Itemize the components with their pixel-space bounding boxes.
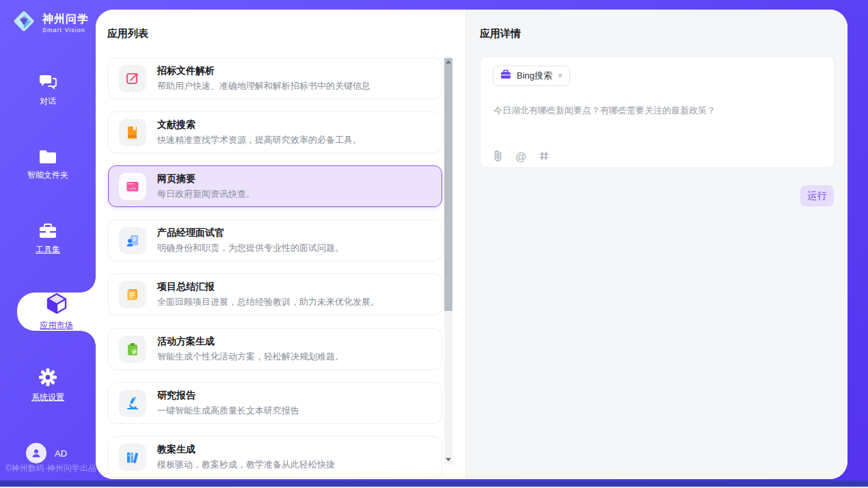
- sidebar-item-label: 智能文件夹: [27, 170, 68, 181]
- sidebar-item-smart-folder[interactable]: 智能文件夹: [0, 149, 96, 181]
- briefcase-icon: [500, 70, 511, 82]
- interviewer-icon: [119, 227, 146, 254]
- sidebar: 神州问学 Smart Vision 对话 智能文件夹: [0, 0, 96, 480]
- scrollbar-thumb[interactable]: [444, 58, 452, 311]
- gear-icon: [38, 368, 57, 387]
- sidebar-item-label: 应用市场: [40, 320, 73, 331]
- sidebar-item-label: 工具集: [36, 244, 60, 256]
- tool-chip-bing-search[interactable]: Bing搜索 ×: [493, 66, 570, 86]
- app-card-title: 文献搜索: [157, 119, 362, 131]
- run-button[interactable]: 运行: [800, 185, 834, 206]
- app-card-web-summary[interactable]: </> 网页摘要 每日政府新闻资讯快查。: [108, 165, 442, 207]
- browser-code-icon: </>: [119, 173, 146, 200]
- sidebar-item-label: 对话: [40, 96, 56, 107]
- chat-icon: [39, 74, 57, 91]
- book-icon: [119, 119, 146, 146]
- folder-icon: [38, 149, 57, 165]
- app-card-event-plan[interactable]: 活动方案生成 智能生成个性化活动方案，轻松解决规划难题。: [108, 328, 442, 370]
- brand-logo: 神州问学 Smart Vision: [11, 8, 89, 37]
- app-list: 招标文件解析 帮助用户快速、准确地理解和解析招标书中的关键信息 文: [96, 52, 465, 479]
- paperclip-icon[interactable]: [493, 150, 502, 165]
- app-card-title: 网页摘要: [157, 173, 255, 185]
- books-icon: [119, 444, 146, 471]
- bottom-bar: [0, 480, 868, 487]
- main-panel: 应用列表 招标文件解析 帮助用户快速、准确地理解和解析招标书中的关键信息: [96, 10, 847, 479]
- sidebar-item-label: 系统设置: [31, 392, 64, 403]
- app-card-desc: 全面回顾项目进展，总结经验教训，助力未来优化发展。: [157, 296, 379, 308]
- brand-text: 神州问学 Smart Vision: [42, 12, 89, 33]
- app-card-title: 教案生成: [157, 444, 335, 456]
- scrollbar-up-icon[interactable]: [446, 60, 451, 64]
- doc-edit-icon: [119, 65, 146, 92]
- app-card-project-summary[interactable]: 项目总结汇报 全面回顾项目进展，总结经验教训，助力未来优化发展。: [108, 273, 442, 315]
- query-card[interactable]: Bing搜索 × 今日湖北有哪些新闻要点？有哪些需要关注的最新政策？ @: [480, 56, 835, 168]
- microscope-icon: [119, 390, 146, 417]
- app-card-title: 项目总结汇报: [157, 281, 379, 293]
- sidebar-item-app-market[interactable]: 应用市场: [17, 293, 96, 331]
- sidebar-item-chat[interactable]: 对话: [0, 74, 96, 107]
- hash-icon[interactable]: [539, 151, 549, 163]
- app-card-lesson-plan[interactable]: 教案生成 模板驱动，教案秒成，教学准备从此轻松快捷: [108, 436, 442, 478]
- app-card-desc: 帮助用户快速、准确地理解和解析招标书中的关键信息: [157, 80, 370, 92]
- scrollbar-down-icon[interactable]: [446, 458, 451, 461]
- cube-icon: [46, 293, 67, 317]
- attachment-toolbar: @: [493, 150, 549, 165]
- app-detail-title: 应用详情: [480, 27, 521, 40]
- svg-text:</>: </>: [129, 185, 137, 190]
- app-list-title: 应用列表: [107, 27, 148, 40]
- app-card-desc: 快速精准查找学术资源，提高研究效率的必备工具。: [157, 134, 362, 146]
- sidebar-item-toolset[interactable]: 工具集: [0, 223, 96, 256]
- copyright-footer: ©神州数码·神州问学出品: [5, 463, 96, 474]
- user-name: AD: [55, 448, 67, 459]
- app-card-title: 产品经理面试官: [157, 227, 344, 239]
- clipboard-check-icon: [119, 336, 146, 363]
- diamond-logo-icon: [11, 8, 37, 37]
- app-list-panel: 应用列表 招标文件解析 帮助用户快速、准确地理解和解析招标书中的关键信息: [96, 10, 465, 479]
- app-card-desc: 一键智能生成高质量长文本研究报告: [157, 405, 299, 417]
- sidebar-item-settings[interactable]: 系统设置: [0, 368, 96, 403]
- brand-name: 神州问学: [42, 12, 89, 27]
- app-detail-panel: 应用详情 Bing搜索 × 今日湖北有哪些新闻要点？有哪些需要关注的最新政策？: [465, 10, 847, 479]
- app-card-title: 招标文件解析: [157, 65, 370, 77]
- app-card-bid-doc-parse[interactable]: 招标文件解析 帮助用户快速、准确地理解和解析招标书中的关键信息: [108, 57, 442, 99]
- app-card-desc: 智能生成个性化活动方案，轻松解决规划难题。: [157, 351, 344, 363]
- brand-subtitle: Smart Vision: [42, 27, 89, 33]
- app-list-scrollbar[interactable]: [444, 56, 452, 465]
- close-icon[interactable]: ×: [558, 71, 562, 81]
- app-window: 神州问学 Smart Vision 对话 智能文件夹: [0, 0, 868, 488]
- app-card-desc: 明确身份和职责，为您提供专业性的面试问题。: [157, 242, 344, 254]
- tool-chip-label: Bing搜索: [517, 70, 552, 82]
- app-card-desc: 每日政府新闻资讯快查。: [157, 188, 255, 200]
- app-card-title: 研究报告: [157, 390, 299, 402]
- app-card-desc: 模板驱动，教案秒成，教学准备从此轻松快捷: [157, 459, 335, 471]
- app-card-pm-interviewer[interactable]: 产品经理面试官 明确身份和职责，为您提供专业性的面试问题。: [108, 219, 442, 261]
- at-sign-icon[interactable]: @: [515, 151, 526, 163]
- app-card-title: 活动方案生成: [157, 336, 344, 348]
- report-doc-icon: [119, 281, 146, 308]
- user-account[interactable]: AD: [26, 443, 67, 463]
- app-card-literature-search[interactable]: 文献搜索 快速精准查找学术资源，提高研究效率的必备工具。: [108, 111, 442, 153]
- toolbox-icon: [38, 223, 57, 239]
- app-card-research-report[interactable]: 研究报告 一键智能生成高质量长文本研究报告: [108, 382, 442, 424]
- user-avatar-icon: [26, 443, 46, 463]
- query-text-input[interactable]: 今日湖北有哪些新闻要点？有哪些需要关注的最新政策？: [493, 105, 820, 117]
